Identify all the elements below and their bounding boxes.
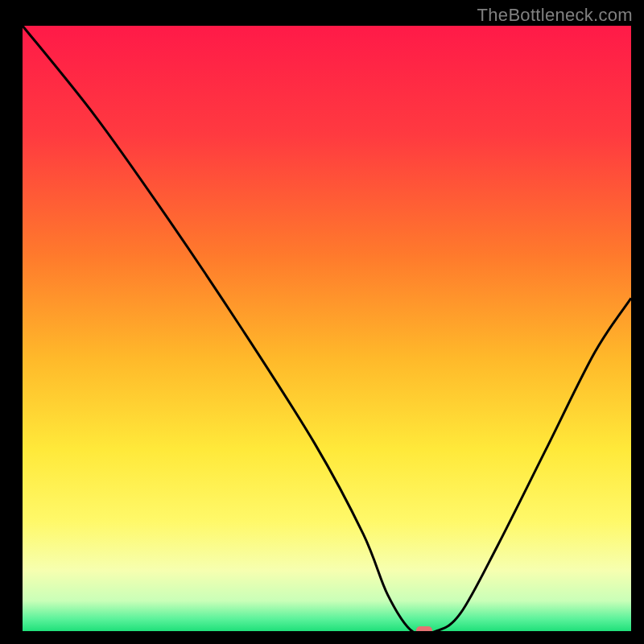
- chart-frame: TheBottleneck.com: [0, 0, 644, 644]
- plot-background: [23, 26, 631, 631]
- bottleneck-plot: [23, 26, 631, 631]
- watermark-text: TheBottleneck.com: [477, 5, 633, 26]
- optimal-marker: [416, 626, 432, 631]
